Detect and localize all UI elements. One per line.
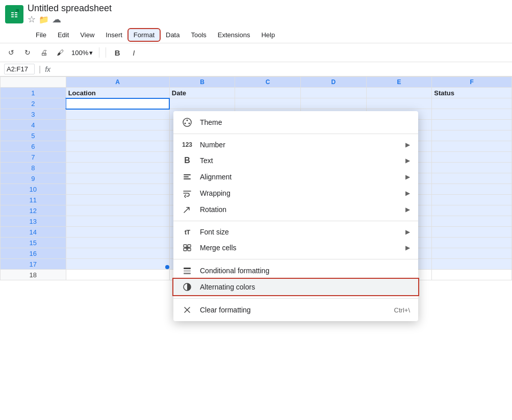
- cell-b1[interactable]: Date: [169, 88, 235, 98]
- format-menu-alignment[interactable]: Alignment ▶: [173, 169, 418, 185]
- row-header-11[interactable]: 11: [1, 195, 66, 205]
- menu-insert[interactable]: Insert: [100, 29, 127, 41]
- format-menu-text[interactable]: B Text ▶: [173, 152, 418, 169]
- format-menu-wrapping[interactable]: Wrapping ▶: [173, 185, 418, 201]
- cell-a13[interactable]: [66, 216, 169, 227]
- col-header-d[interactable]: D: [301, 77, 367, 88]
- cell-f1[interactable]: Status: [432, 88, 512, 98]
- cell-f13[interactable]: [432, 216, 512, 227]
- cell-f14[interactable]: [432, 227, 512, 238]
- cell-a3[interactable]: [66, 109, 169, 120]
- formula-input[interactable]: [55, 65, 508, 73]
- cell-f4[interactable]: [432, 120, 512, 130]
- cell-a15[interactable]: [66, 238, 169, 248]
- row-header-1[interactable]: 1: [1, 88, 66, 98]
- row-header-9[interactable]: 9: [1, 173, 66, 184]
- menu-extensions[interactable]: Extensions: [213, 29, 255, 41]
- print-button[interactable]: 🖨: [37, 45, 51, 60]
- cell-f7[interactable]: [432, 152, 512, 163]
- row-header-16[interactable]: 16: [1, 248, 66, 259]
- col-header-a[interactable]: A: [66, 77, 169, 88]
- cell-f5[interactable]: [432, 130, 512, 141]
- row-header-10[interactable]: 10: [1, 184, 66, 195]
- cell-f18[interactable]: [432, 270, 512, 280]
- cloud-icon[interactable]: ☁: [52, 14, 61, 25]
- row-header-18[interactable]: 18: [1, 270, 66, 280]
- redo-button[interactable]: ↻: [20, 45, 35, 60]
- cell-a5[interactable]: [66, 130, 169, 141]
- format-menu-number[interactable]: 123 Number ▶: [173, 137, 418, 152]
- menu-file[interactable]: File: [31, 29, 52, 41]
- cell-reference[interactable]: A2:F17: [4, 64, 35, 74]
- menu-view[interactable]: View: [75, 29, 99, 41]
- cell-f10[interactable]: [432, 184, 512, 195]
- format-menu-alternating[interactable]: Alternating colors: [173, 279, 418, 295]
- cell-a16[interactable]: [66, 248, 169, 259]
- menu-edit[interactable]: Edit: [53, 29, 74, 41]
- row-header-14[interactable]: 14: [1, 227, 66, 238]
- col-header-f[interactable]: F: [432, 77, 512, 88]
- row-header-12[interactable]: 12: [1, 205, 66, 216]
- cell-f15[interactable]: [432, 238, 512, 248]
- menu-help[interactable]: Help: [256, 29, 280, 41]
- cell-e2[interactable]: [366, 98, 432, 109]
- row-header-2[interactable]: 2: [1, 98, 66, 109]
- row-header-4[interactable]: 4: [1, 120, 66, 130]
- cell-a11[interactable]: [66, 195, 169, 205]
- row-header-7[interactable]: 7: [1, 152, 66, 163]
- cell-f9[interactable]: [432, 173, 512, 184]
- cell-f16[interactable]: [432, 248, 512, 259]
- row-header-17[interactable]: 17: [1, 259, 66, 270]
- cell-a1[interactable]: Location: [66, 88, 169, 98]
- format-menu-rotation[interactable]: Rotation ▶: [173, 201, 418, 218]
- format-menu-fontsize[interactable]: tT Font size ▶: [173, 224, 418, 240]
- cell-b2[interactable]: [169, 98, 235, 109]
- selection-handle[interactable]: [165, 265, 169, 269]
- format-menu-theme[interactable]: Theme: [173, 114, 418, 130]
- cell-a17[interactable]: [66, 259, 169, 270]
- folder-icon[interactable]: 📁: [39, 15, 49, 24]
- row-header-5[interactable]: 5: [1, 130, 66, 141]
- col-header-e[interactable]: E: [366, 77, 432, 88]
- undo-button[interactable]: ↺: [4, 45, 18, 60]
- menu-tools[interactable]: Tools: [186, 29, 211, 41]
- format-menu-conditional[interactable]: Conditional formatting: [173, 262, 418, 279]
- star-icon[interactable]: ☆: [28, 14, 36, 25]
- col-header-c[interactable]: C: [235, 77, 301, 88]
- bold-button[interactable]: B: [110, 45, 124, 60]
- cell-a4[interactable]: [66, 120, 169, 130]
- cell-d1[interactable]: [301, 88, 367, 98]
- cell-c2[interactable]: [235, 98, 301, 109]
- cell-a7[interactable]: [66, 152, 169, 163]
- cell-c1[interactable]: [235, 88, 301, 98]
- cell-f12[interactable]: [432, 205, 512, 216]
- cell-a8[interactable]: [66, 163, 169, 173]
- zoom-selector[interactable]: 100% ▾: [69, 48, 95, 58]
- cell-a12[interactable]: [66, 205, 169, 216]
- cell-f6[interactable]: [432, 141, 512, 152]
- format-menu-clear[interactable]: Clear formatting Ctrl+\: [173, 302, 418, 318]
- menu-format[interactable]: Format: [129, 29, 160, 41]
- cell-a18[interactable]: [66, 270, 169, 280]
- row-header-8[interactable]: 8: [1, 163, 66, 173]
- cell-a9[interactable]: [66, 173, 169, 184]
- col-header-b[interactable]: B: [169, 77, 235, 88]
- spreadsheet-title[interactable]: Untitled spreadsheet: [28, 3, 112, 14]
- cell-f3[interactable]: [432, 109, 512, 120]
- cell-a14[interactable]: [66, 227, 169, 238]
- row-header-15[interactable]: 15: [1, 238, 66, 248]
- format-menu-merge[interactable]: Merge cells ▶: [173, 240, 418, 256]
- row-header-6[interactable]: 6: [1, 141, 66, 152]
- menu-data[interactable]: Data: [161, 29, 185, 41]
- cell-f11[interactable]: [432, 195, 512, 205]
- cell-a10[interactable]: [66, 184, 169, 195]
- paint-format-button[interactable]: 🖌: [53, 45, 67, 60]
- cell-a2[interactable]: [66, 98, 169, 109]
- cell-a6[interactable]: [66, 141, 169, 152]
- cell-e1[interactable]: [366, 88, 432, 98]
- row-header-3[interactable]: 3: [1, 109, 66, 120]
- cell-f2[interactable]: [432, 98, 512, 109]
- row-header-13[interactable]: 13: [1, 216, 66, 227]
- cell-f8[interactable]: [432, 163, 512, 173]
- cell-f17[interactable]: [432, 259, 512, 270]
